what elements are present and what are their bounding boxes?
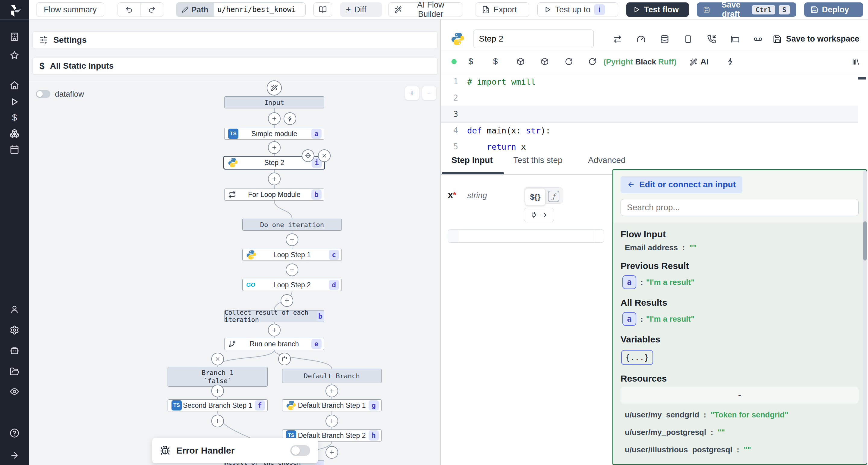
package-icon[interactable] — [517, 58, 525, 66]
sidebar-expand-icon[interactable] — [10, 451, 19, 460]
ai-assist-button[interactable]: AI — [689, 57, 709, 67]
gauge-icon[interactable] — [637, 35, 646, 44]
reload-icon[interactable] — [565, 58, 573, 66]
add-step-button[interactable] — [281, 294, 293, 307]
sidebar-item-help[interactable] — [10, 428, 19, 438]
ai-flow-builder-button[interactable]: AI Flow Builder — [388, 2, 462, 17]
add-branch-button[interactable] — [278, 353, 291, 365]
ai-wand-node-button[interactable] — [267, 80, 282, 96]
add-step-button[interactable] — [268, 173, 281, 185]
error-handler-toggle[interactable] — [290, 445, 310, 456]
add-step-button[interactable] — [286, 233, 299, 246]
remove-branch-button[interactable] — [211, 353, 224, 365]
redo-button[interactable] — [141, 3, 163, 16]
node-default-branch[interactable]: Default Branch — [282, 369, 381, 383]
node-default-branch-step-1[interactable]: Default Branch Step 1 g — [282, 399, 381, 411]
path-label[interactable]: Path — [176, 3, 214, 16]
package-icon[interactable] — [541, 58, 549, 66]
voicemail-icon[interactable] — [753, 35, 763, 44]
previous-result-row[interactable]: a : "I'm a result" — [622, 275, 859, 289]
save-to-workspace-button[interactable]: Save to workspace — [773, 34, 859, 44]
resource-picker-button[interactable]: $ — [493, 57, 498, 66]
resource-row[interactable]: u/user/my_sendgrid"Token for sendgrid" — [625, 408, 859, 421]
node-simple-module[interactable]: TS Simple module a — [224, 128, 324, 140]
resource-row[interactable]: u/user/my_postgresql"" — [625, 426, 859, 438]
arg-value-input[interactable] — [448, 230, 604, 243]
database-icon[interactable] — [660, 35, 669, 44]
node-loop-step-2[interactable]: GO Loop Step 2 d — [242, 279, 342, 291]
tab-step-input[interactable]: Step Input — [452, 156, 493, 165]
all-results-row[interactable]: a : "I'm a result" — [622, 312, 859, 326]
delete-step-button[interactable] — [318, 150, 331, 162]
tab-test-this-step[interactable]: Test this step — [513, 156, 562, 165]
panel-scrollbar-thumb[interactable] — [863, 221, 867, 261]
node-collect-result[interactable]: Collect result of each iteration b — [224, 310, 324, 322]
add-step-button[interactable] — [211, 385, 224, 397]
add-step-button[interactable] — [286, 264, 299, 276]
variable-picker-button[interactable]: $ — [468, 57, 473, 66]
sidebar-item-variables[interactable]: $ — [10, 113, 19, 122]
fx-mode-button[interactable]: ƒ — [548, 191, 559, 202]
tab-advanced[interactable]: Advanced — [588, 156, 626, 165]
add-step-button[interactable] — [268, 141, 281, 154]
add-step-button[interactable] — [326, 446, 338, 459]
trigger-bolt-button[interactable] — [284, 112, 296, 125]
test-up-to-button[interactable]: Test up toi — [537, 2, 618, 17]
node-branch-1[interactable]: Branch 1 `false` — [167, 367, 268, 387]
library-icon[interactable] — [852, 58, 860, 66]
flow-summary-button[interactable]: Flow summary — [36, 2, 104, 17]
panel-scrollbar[interactable] — [863, 170, 867, 464]
node-loop-step-1[interactable]: Loop Step 1 c — [242, 249, 342, 261]
undo-button[interactable] — [118, 3, 141, 16]
sidebar-item-workspace[interactable] — [10, 32, 19, 41]
add-step-button[interactable] — [326, 385, 338, 397]
test-flow-button[interactable]: Test flow — [626, 2, 689, 17]
search-prop-input[interactable] — [621, 199, 859, 216]
add-step-button[interactable] — [211, 415, 224, 427]
sidebar-item-schedules[interactable] — [10, 144, 19, 154]
sidebar-item-resources[interactable] — [10, 129, 19, 138]
play-icon — [632, 6, 641, 13]
flow-input-row[interactable]: Email address"" — [625, 243, 859, 253]
result-id-badge[interactable]: a — [622, 312, 636, 326]
node-second-branch-step-1[interactable]: TS Second Branch Step 1 f — [167, 399, 268, 411]
code-assistants-status[interactable]: (Pyright Black Ruff) — [603, 57, 677, 67]
reload-icon[interactable] — [588, 58, 596, 66]
result-id-badge[interactable]: a — [622, 275, 636, 289]
sidebar-item-favorites[interactable] — [10, 50, 19, 60]
resource-row[interactable]: u/user/demo_postgres"" — [625, 461, 859, 464]
save-draft-button[interactable]: Save draftCtrlS — [697, 2, 796, 17]
resource-row[interactable]: u/user/illustrious_postgresql"" — [625, 443, 859, 456]
add-step-button[interactable] — [268, 112, 281, 125]
add-step-button[interactable] — [268, 324, 281, 336]
edit-or-connect-back-button[interactable]: Edit or connect an input — [621, 176, 742, 193]
export-button[interactable]: Export — [475, 2, 529, 17]
phone-incoming-icon[interactable] — [707, 35, 716, 44]
sidebar-item-settings[interactable] — [10, 325, 19, 335]
node-do-one-iteration[interactable]: Do one iteration — [242, 219, 342, 231]
node-run-one-branch[interactable]: Run one branch e — [224, 338, 324, 350]
diff-button[interactable]: ±Diff — [340, 2, 382, 17]
step-name-input[interactable] — [473, 30, 594, 48]
sidebar-item-users[interactable] — [10, 304, 19, 314]
expr-mode-button[interactable]: ${} — [525, 188, 546, 206]
add-step-button[interactable] — [326, 415, 338, 427]
sidebar-item-folders[interactable] — [10, 367, 19, 376]
docs-book-button[interactable] — [313, 2, 332, 17]
node-for-loop-module[interactable]: For Loop Module b — [224, 189, 324, 201]
sleep-icon[interactable] — [731, 35, 740, 44]
mobile-icon[interactable] — [684, 35, 692, 44]
path-input[interactable] — [214, 3, 306, 16]
windmill-logo-icon[interactable] — [7, 3, 22, 18]
deploy-button[interactable]: Deploy — [804, 2, 863, 17]
move-step-handle[interactable] — [302, 150, 314, 162]
sidebar-item-workers[interactable] — [10, 346, 19, 355]
sidebar-item-audit-logs[interactable] — [10, 387, 19, 396]
connect-input-button[interactable] — [524, 208, 554, 222]
bolt-icon[interactable] — [726, 58, 735, 66]
swap-language-icon[interactable] — [613, 35, 622, 44]
sidebar-item-runs[interactable] — [10, 97, 19, 107]
node-input[interactable]: Input — [224, 96, 324, 108]
sidebar-item-home[interactable] — [10, 80, 19, 90]
variables-object-badge[interactable]: {...} — [621, 350, 653, 365]
